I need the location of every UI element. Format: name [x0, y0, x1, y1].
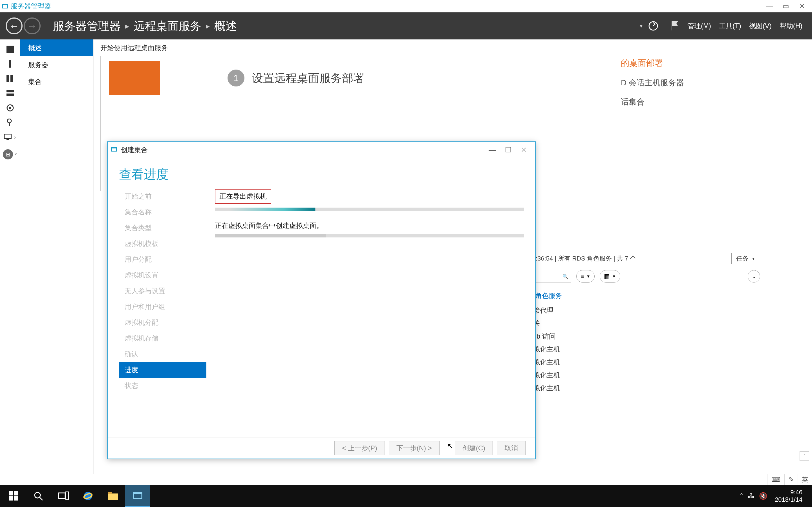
create-button: 创建(C): [455, 441, 493, 455]
volume-icon[interactable]: 🔇: [759, 492, 767, 500]
role-item[interactable]: RD 网关: [515, 319, 760, 328]
dashboard-icon[interactable]: [6, 45, 14, 54]
svg-rect-14: [6, 139, 9, 140]
nav-forward-button: →: [24, 17, 41, 34]
nap-icon[interactable]: [6, 118, 14, 127]
save-filter-button[interactable]: ▦▼: [600, 270, 620, 283]
side-link-1[interactable]: 的桌面部署: [621, 57, 684, 69]
svg-point-21: [35, 492, 40, 498]
dialog-footer: < 上一步(P) 下一步(N) > 创建(C) 取消: [108, 437, 535, 459]
local-server-icon[interactable]: [6, 60, 14, 68]
section-title: 开始使用远程桌面服务: [100, 43, 805, 52]
svg-rect-8: [6, 94, 14, 96]
role-item[interactable]: RD 虚拟化主机: [515, 371, 760, 380]
wizard-step: 虚拟机分配: [119, 315, 206, 330]
scroll-down-button[interactable]: ˅: [800, 451, 809, 461]
progress-subtext: 正在虚拟桌面集合中创建虚拟桌面。: [215, 221, 524, 230]
expand-caret-icon[interactable]: ▹: [15, 151, 17, 157]
search-icon: 🔍: [562, 274, 568, 279]
role-item[interactable]: RD 虚拟化主机: [515, 345, 760, 354]
svg-rect-17: [9, 491, 13, 496]
hyper-v-icon[interactable]: [4, 133, 12, 142]
window-close-button[interactable]: ✕: [794, 0, 810, 12]
nav-collections[interactable]: 集合: [20, 73, 93, 90]
wizard-step: 确认: [119, 346, 206, 362]
role-item[interactable]: RD 连接代理: [515, 306, 760, 315]
side-link-2[interactable]: D 会话主机服务器: [621, 77, 684, 88]
menu-manage[interactable]: 管理(M): [688, 21, 711, 31]
wizard-step: 用户分配: [119, 251, 206, 267]
svg-rect-24: [66, 492, 68, 500]
nav-overview[interactable]: 概述: [20, 40, 93, 56]
svg-rect-19: [9, 496, 13, 501]
ime-pen-icon[interactable]: ✎: [784, 474, 798, 485]
file-services-icon[interactable]: [6, 89, 14, 98]
iis-icon[interactable]: [6, 104, 14, 112]
svg-rect-5: [6, 75, 9, 82]
chevron-right-icon: ▸: [125, 21, 129, 31]
dialog-maximize-button[interactable]: ☐: [500, 144, 516, 156]
caret-down-icon: ▼: [587, 274, 591, 279]
breadcrumb-page[interactable]: 概述: [214, 18, 237, 34]
ime-keyboard-icon[interactable]: ⌨: [767, 474, 784, 485]
svg-rect-28: [108, 492, 112, 494]
clock[interactable]: 9:46 2018/1/14: [775, 489, 802, 504]
breadcrumb-section[interactable]: 远程桌面服务: [134, 18, 201, 34]
quickstart-tile-icon[interactable]: [109, 61, 160, 95]
window-maximize-button[interactable]: ▭: [777, 0, 794, 12]
svg-rect-1: [3, 4, 8, 5]
all-servers-icon[interactable]: [6, 74, 14, 83]
window-titlebar: 服务器管理器 — ▭ ✕: [0, 0, 812, 12]
tray-overflow-button[interactable]: ˄: [740, 492, 743, 500]
filter-icon: ≡: [580, 273, 584, 280]
wizard-step: 虚拟机设置: [119, 267, 206, 283]
refresh-icon[interactable]: [647, 19, 660, 33]
nav-back-button[interactable]: ←: [6, 17, 22, 34]
next-button: 下一步(N) >: [389, 441, 440, 455]
svg-rect-12: [9, 122, 10, 126]
server-manager-taskbar-button[interactable]: [125, 485, 150, 507]
show-desktop-button[interactable]: [807, 485, 811, 507]
ie-button[interactable]: [75, 485, 100, 507]
dropdown-caret-icon[interactable]: ▾: [640, 22, 643, 29]
menu-help[interactable]: 帮助(H): [779, 21, 802, 31]
arrow-left-icon: ←: [9, 20, 19, 32]
svg-rect-4: [9, 60, 11, 68]
system-tray: ˄ 🖧 🔇 9:46 2018/1/14: [735, 489, 807, 504]
role-item[interactable]: RD 虚拟化主机: [515, 358, 760, 367]
role-item[interactable]: RD 虚拟化主机: [515, 384, 760, 393]
role-item[interactable]: RD Web 访问: [515, 332, 760, 341]
search-button[interactable]: [26, 485, 51, 507]
wizard-step: 集合名称: [119, 204, 206, 220]
window-title: 服务器管理器: [11, 2, 51, 11]
ime-language[interactable]: 英: [798, 474, 812, 485]
menu-view[interactable]: 视图(V): [749, 21, 772, 31]
window-minimize-button[interactable]: —: [761, 0, 777, 12]
taskview-button[interactable]: [51, 485, 75, 507]
breadcrumb-root[interactable]: 服务器管理器: [53, 18, 121, 34]
cancel-button[interactable]: 取消: [497, 441, 525, 455]
svg-rect-27: [108, 494, 118, 500]
rds-tile-icon[interactable]: ⊞: [3, 149, 13, 159]
dialog-heading: 查看进度: [108, 158, 535, 188]
dialog-minimize-button[interactable]: —: [485, 144, 500, 156]
svg-rect-3: [6, 46, 14, 53]
explorer-button[interactable]: [100, 485, 125, 507]
wizard-step: 虚拟机存储: [119, 330, 206, 346]
svg-rect-20: [14, 496, 18, 501]
start-button[interactable]: [1, 485, 26, 507]
nav-servers[interactable]: 服务器: [20, 56, 93, 73]
wizard-content: 正在导出虚拟机 正在虚拟桌面集合中创建虚拟桌面。: [215, 188, 524, 437]
filter-button[interactable]: ≡▼: [576, 270, 595, 283]
expand-caret-icon[interactable]: ▹: [14, 134, 16, 140]
tasks-label: 任务: [736, 255, 749, 263]
menu-tools[interactable]: 工具(T): [719, 21, 741, 31]
roles-header[interactable]: 安装的角色服务: [515, 291, 760, 300]
svg-rect-6: [10, 75, 13, 82]
network-icon[interactable]: 🖧: [748, 492, 755, 500]
expand-button[interactable]: ⌄: [748, 270, 760, 283]
flag-icon[interactable]: [668, 19, 682, 33]
dialog-close-button: ✕: [516, 144, 532, 156]
tasks-dropdown[interactable]: 任务 ▼: [731, 253, 760, 264]
side-link-3[interactable]: 话集合: [621, 97, 684, 107]
